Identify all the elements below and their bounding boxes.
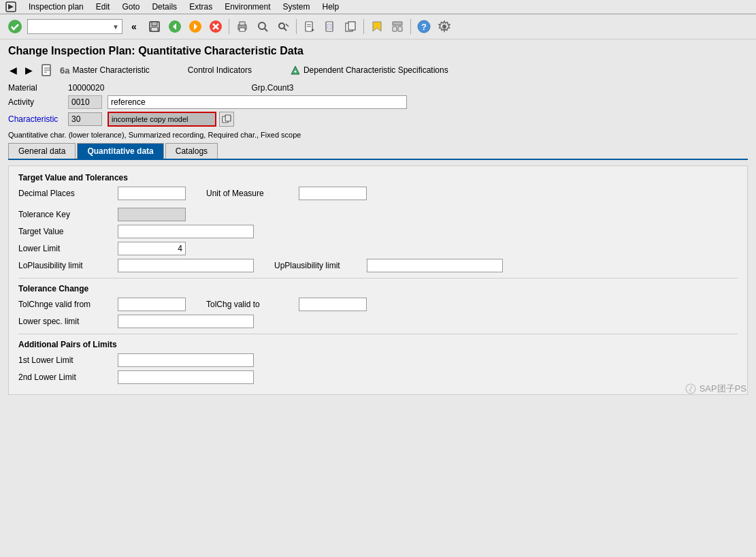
prev-button[interactable] <box>166 18 184 35</box>
svg-rect-43 <box>225 115 231 121</box>
check-button[interactable] <box>5 17 24 36</box>
stop-button[interactable] <box>207 18 225 35</box>
control-indicators-label: Control Indicators <box>188 65 252 75</box>
tolerance-key-group: Tolerance Key <box>18 208 186 221</box>
characteristic-label: Characteristic <box>8 114 63 124</box>
material-row: Material 10000020 Grp.Count3 <box>8 83 748 93</box>
material-value: 10000020 <box>68 83 104 93</box>
header-form: Material 10000020 Grp.Count3 Activity Ch… <box>8 83 748 127</box>
svg-marker-40 <box>291 66 299 74</box>
up-plausibility-label: UpPlausibility limit <box>274 261 363 270</box>
tolerance-key-input[interactable] <box>118 208 186 221</box>
lower-spec-group: Lower spec. limit <box>18 315 254 328</box>
lower-spec-label: Lower spec. limit <box>18 317 114 326</box>
nav-back-button[interactable]: ◀ <box>8 65 18 76</box>
bookmark-button[interactable] <box>368 18 386 35</box>
additional-pairs-header: Additional Pairs of Limits <box>18 340 738 349</box>
tolchnge-from-label: TolChnge valid from <box>18 300 114 309</box>
tolchnge-from-input[interactable] <box>118 298 186 311</box>
tab-general-data[interactable]: General data <box>8 143 76 159</box>
lower-limit-input[interactable] <box>118 242 186 255</box>
characteristic-text-input[interactable] <box>108 112 216 127</box>
reference-input[interactable] <box>108 95 407 109</box>
tolchnge-from-row: TolChnge valid from TolChg valid to <box>18 298 738 311</box>
unit-measure-group: Unit of Measure <box>206 187 367 200</box>
menu-system[interactable]: System <box>283 2 310 12</box>
forward-button[interactable] <box>186 18 204 35</box>
doc1-button[interactable] <box>301 18 318 35</box>
svg-point-35 <box>442 25 446 29</box>
decimal-places-input[interactable] <box>118 187 186 200</box>
characteristic-num-input[interactable] <box>68 112 102 126</box>
back-button[interactable]: « <box>125 18 143 35</box>
grp-count-value: Grp.Count3 <box>251 83 293 93</box>
decimal-places-row: Decimal Places Unit of Measure <box>18 187 738 200</box>
save-icon <box>148 20 161 33</box>
reference-button[interactable] <box>219 112 234 127</box>
menu-edit[interactable]: Edit <box>96 2 110 12</box>
doc2-button[interactable] <box>321 18 339 35</box>
find-button[interactable] <box>254 18 272 35</box>
dropdown-arrow-icon[interactable]: ▼ <box>112 23 119 31</box>
svg-marker-29 <box>373 22 381 31</box>
save-button[interactable] <box>146 18 163 35</box>
menu-help[interactable]: Help <box>323 2 340 12</box>
doc-nav-icon[interactable] <box>39 63 54 78</box>
activity-row: Activity <box>8 95 748 109</box>
main-content: Change Inspection Plan: Quantitative Cha… <box>0 39 756 400</box>
second-lower-limit-input[interactable] <box>118 370 254 384</box>
up-plausibility-group: UpPlausibility limit <box>274 259 503 272</box>
layout-button[interactable] <box>389 18 406 35</box>
lower-limit-row: Lower Limit <box>18 242 738 255</box>
svg-line-20 <box>286 24 289 27</box>
lo-plausibility-label: LoPlausibility limit <box>18 261 114 270</box>
svg-marker-24 <box>312 29 314 31</box>
first-lower-limit-input[interactable] <box>118 353 254 367</box>
tolchg-to-input[interactable] <box>299 298 367 311</box>
up-plausibility-input[interactable] <box>367 259 503 272</box>
menu-details[interactable]: Details <box>152 2 177 12</box>
command-field[interactable]: ▼ <box>27 19 122 34</box>
menu-goto[interactable]: Goto <box>122 2 139 12</box>
settings-button[interactable] <box>435 18 453 35</box>
tab-catalogs[interactable]: Catalogs <box>165 143 218 159</box>
dep-char-label: Dependent Characteristic Specifications <box>303 65 448 75</box>
watermark-text: SAP团子PS <box>700 383 746 395</box>
activity-input[interactable] <box>68 95 102 109</box>
unit-measure-input[interactable] <box>299 187 367 200</box>
command-input[interactable] <box>31 22 112 31</box>
menu-environment[interactable]: Environment <box>225 2 270 12</box>
target-value-tolerances-header: Target Value and Tolerances <box>18 173 738 182</box>
tab-quantitative-data[interactable]: Quantitative data <box>77 143 163 159</box>
menu-extras[interactable]: Extras <box>189 2 212 12</box>
svg-rect-26 <box>327 24 331 29</box>
tolchg-to-group: TolChg valid to <box>206 298 367 311</box>
characteristic-input-wrap <box>108 112 234 127</box>
svg-rect-30 <box>393 22 402 25</box>
dep-char-link[interactable]: Dependent Characteristic Specifications <box>290 65 448 76</box>
nav-forward-button[interactable]: ▶ <box>24 65 34 76</box>
master-char-icon: 6a <box>60 65 69 76</box>
svg-line-19 <box>284 28 286 31</box>
svg-rect-28 <box>348 22 355 30</box>
svg-rect-15 <box>240 28 245 31</box>
lower-limit-label: Lower Limit <box>18 244 114 253</box>
doc3-button[interactable] <box>342 18 359 35</box>
lo-plausibility-input[interactable] <box>118 259 254 272</box>
svg-line-17 <box>265 29 267 31</box>
lower-spec-input[interactable] <box>118 315 254 328</box>
menu-inspection-plan[interactable]: Inspection plan <box>29 2 84 12</box>
master-characteristic-link[interactable]: 6a Master Characteristic <box>60 65 150 76</box>
tolerance-key-label: Tolerance Key <box>18 210 114 219</box>
svg-rect-31 <box>393 27 397 31</box>
target-value-label: Target Value <box>18 227 114 236</box>
decimal-places-group: Decimal Places <box>18 187 186 200</box>
dep-char-icon <box>290 65 301 76</box>
app-icon <box>5 1 16 12</box>
help-button[interactable]: ? <box>415 18 433 35</box>
target-value-input[interactable] <box>118 225 254 238</box>
master-char-label: Master Characteristic <box>72 65 149 75</box>
print-button[interactable] <box>233 18 251 35</box>
find-next-button[interactable] <box>274 18 292 35</box>
control-indicators-link[interactable]: Control Indicators <box>188 65 252 75</box>
